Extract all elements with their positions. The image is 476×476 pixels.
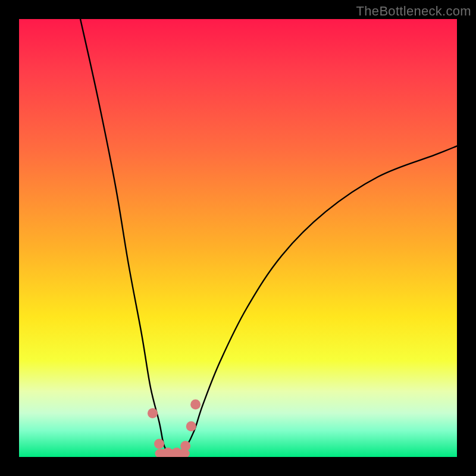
chart-frame: TheBottleneck.com	[0, 0, 476, 476]
plot-area	[19, 19, 457, 457]
svg-point-6	[190, 399, 201, 409]
curve-layer	[19, 19, 457, 457]
svg-point-1	[154, 439, 164, 449]
svg-point-5	[186, 421, 196, 431]
watermark-text: TheBottleneck.com	[356, 4, 471, 19]
bottleneck-curve	[80, 19, 457, 455]
svg-point-0	[148, 408, 158, 418]
